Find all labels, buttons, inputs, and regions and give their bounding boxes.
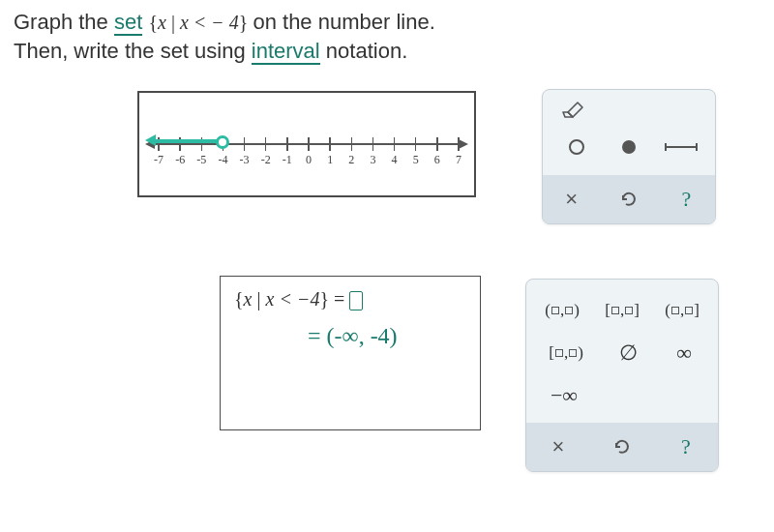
help-interval-button[interactable]: ? bbox=[663, 429, 709, 465]
interval-link[interactable]: interval bbox=[252, 39, 320, 65]
handwritten-annotation: = (-∞, -4) bbox=[308, 323, 398, 349]
segment-tool[interactable] bbox=[658, 129, 704, 165]
tick bbox=[308, 137, 310, 151]
tick-label: -1 bbox=[283, 153, 292, 167]
tick-label: -2 bbox=[261, 153, 271, 167]
eraser-icon[interactable] bbox=[562, 100, 587, 119]
open-closed-interval-button[interactable]: (,] bbox=[654, 296, 710, 325]
set-expr: {x | x < − 4} bbox=[148, 12, 253, 33]
tick-label: -3 bbox=[240, 153, 250, 167]
undo-interval-button[interactable] bbox=[599, 429, 645, 465]
tick bbox=[372, 137, 374, 151]
tick bbox=[415, 137, 417, 151]
tick bbox=[286, 137, 288, 151]
instr-text-3: Then, write the set using bbox=[14, 39, 252, 63]
answer-box: {x | x < −4} = = (-∞, -4) bbox=[220, 276, 481, 430]
instr-text-2: on the number line. bbox=[253, 10, 434, 34]
solution-ray-arrow bbox=[145, 134, 156, 146]
help-graph-button[interactable]: ? bbox=[663, 181, 709, 218]
clear-interval-button[interactable]: × bbox=[535, 429, 581, 465]
tick bbox=[265, 137, 267, 151]
open-point-tool[interactable] bbox=[553, 129, 600, 165]
solution-ray[interactable] bbox=[153, 139, 223, 143]
instr-text-1: Graph the bbox=[14, 10, 114, 34]
tick-label: 0 bbox=[306, 153, 312, 167]
tick-label: 7 bbox=[456, 153, 461, 167]
closed-open-interval-button[interactable]: [,) bbox=[538, 339, 594, 368]
tick bbox=[458, 137, 460, 151]
closed-closed-interval-button[interactable]: [,] bbox=[594, 296, 650, 325]
tick bbox=[351, 137, 353, 151]
tick-label: -4 bbox=[218, 153, 227, 167]
tick-label: 1 bbox=[327, 153, 333, 167]
undo-graph-button[interactable] bbox=[606, 181, 652, 218]
answer-set-expr: {x | x < −4} = bbox=[234, 288, 349, 310]
tick bbox=[394, 137, 396, 151]
tick bbox=[244, 137, 246, 151]
tick-label: 2 bbox=[348, 153, 354, 167]
tick-label: 3 bbox=[370, 153, 375, 167]
graph-tools-panel: × ? bbox=[542, 89, 716, 224]
svg-point-0 bbox=[570, 140, 583, 154]
tick-label: -7 bbox=[154, 153, 164, 167]
set-link[interactable]: set bbox=[114, 10, 142, 36]
open-endpoint[interactable] bbox=[216, 135, 229, 149]
tick-label: -5 bbox=[196, 153, 206, 167]
tick-label: 5 bbox=[413, 153, 419, 167]
tick-label: 6 bbox=[434, 153, 440, 167]
tick bbox=[329, 137, 331, 151]
svg-point-1 bbox=[622, 140, 636, 154]
open-open-interval-button[interactable]: (,) bbox=[534, 296, 590, 325]
negative-infinity-button[interactable]: −∞ bbox=[542, 381, 586, 410]
closed-point-tool[interactable] bbox=[606, 129, 652, 165]
empty-set-button[interactable]: ∅ bbox=[606, 339, 650, 368]
infinity-button[interactable]: ∞ bbox=[662, 339, 706, 368]
numberline-canvas[interactable]: -7-6-5-4-3-2-101234567 bbox=[137, 91, 476, 197]
tick-label: 4 bbox=[392, 153, 398, 167]
tick bbox=[436, 137, 438, 151]
answer-input-slot[interactable] bbox=[349, 291, 363, 310]
axis-arrow-right bbox=[459, 139, 468, 149]
tick-label: -6 bbox=[175, 153, 185, 167]
interval-tools-panel: (,) [,] (,] [,) ∅ ∞ −∞ × ? bbox=[525, 279, 719, 472]
clear-graph-button[interactable]: × bbox=[549, 181, 595, 218]
instr-text-4: notation. bbox=[326, 39, 407, 63]
